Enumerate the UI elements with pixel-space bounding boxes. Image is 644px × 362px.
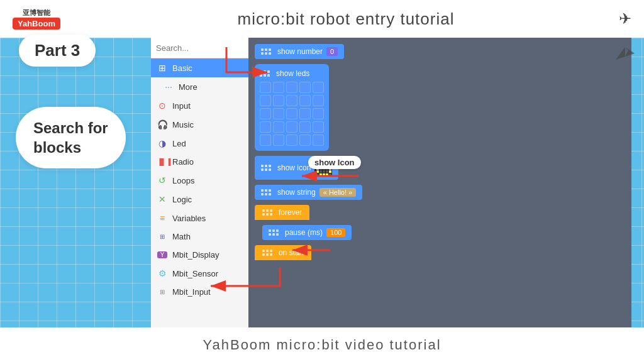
more-icon: ··· <box>164 82 174 92</box>
led-cell[interactable] <box>313 121 324 133</box>
forever-grip <box>262 209 272 216</box>
on-start-block[interactable]: on start <box>255 245 311 260</box>
led-cell[interactable] <box>260 121 271 133</box>
cat-label-math: Math <box>172 232 191 241</box>
show-string-block[interactable]: show string « Hello! » <box>255 185 362 200</box>
editor-panel: 🔍 ⊞ Basic ··· More ⊙ Input 🎧 Music ◑ <box>151 38 631 327</box>
on-start-label: on start <box>279 248 304 257</box>
search-cloud: Search for blocks <box>16 107 126 168</box>
category-list: ⊞ Basic ··· More ⊙ Input 🎧 Music ◑ Led ▐… <box>151 58 248 327</box>
cat-label-input: Input <box>172 101 191 111</box>
top-right-decoration <box>597 41 635 69</box>
show-icon-annotation: show Icon <box>308 156 361 169</box>
show-number-block[interactable]: show number 0 <box>255 44 344 59</box>
logo-area: 亚博智能 YahBoom <box>13 8 60 30</box>
sidebar-item-more[interactable]: ··· More <box>151 77 248 96</box>
mbit-sensor-icon: ⚙ <box>157 268 167 278</box>
pause-block[interactable]: pause (ms) 100 <box>262 225 352 240</box>
led-cell[interactable] <box>286 108 297 119</box>
forever-label: forever <box>279 208 302 217</box>
cat-label-variables: Variables <box>172 214 206 223</box>
sidebar-item-input[interactable]: ⊙ Input <box>151 96 248 115</box>
block-grip <box>261 48 271 55</box>
bird-icon: ✈ <box>619 10 631 28</box>
led-icon: ◑ <box>157 138 167 148</box>
led-cell[interactable] <box>299 108 311 119</box>
led-cell[interactable] <box>273 82 284 93</box>
pause-value[interactable]: 100 <box>326 228 345 237</box>
show-leds-header: show leds <box>260 69 324 78</box>
show-string-grip <box>261 189 271 195</box>
led-cell[interactable] <box>273 121 284 133</box>
show-icon-label: show icon <box>277 163 311 172</box>
pause-grip <box>269 229 279 236</box>
header-title: micro:bit robot entry tutorial <box>73 9 619 29</box>
sidebar-item-variables[interactable]: ≡ Variables <box>151 209 248 228</box>
search-cloud-line1: Search for <box>33 119 108 136</box>
header: 亚博智能 YahBoom micro:bit robot entry tutor… <box>0 0 644 38</box>
led-cell[interactable] <box>299 82 311 93</box>
cat-label-led: Led <box>172 139 186 148</box>
led-cell[interactable] <box>286 121 297 133</box>
show-string-label: show string <box>277 188 316 197</box>
logic-icon: ✕ <box>157 194 167 204</box>
show-string-value[interactable]: « Hello! » <box>319 188 356 197</box>
search-bar: 🔍 <box>151 38 248 58</box>
loops-icon: ↺ <box>157 175 167 185</box>
led-cell[interactable] <box>313 95 324 106</box>
cat-label-radio: Radio <box>172 157 194 167</box>
cat-label-mbit-input: Mbit_Input <box>172 287 211 297</box>
logo-text: 亚博智能 <box>23 8 50 18</box>
led-cell[interactable] <box>273 134 284 146</box>
search-input[interactable] <box>156 43 248 53</box>
variables-icon: ≡ <box>157 213 167 223</box>
part-badge: Part 3 <box>19 35 96 67</box>
cat-label-mbit-sensor: Mbit_Sensor <box>172 269 218 278</box>
sidebar-item-radio[interactable]: ▐▌▐ Radio <box>151 153 248 171</box>
led-cell[interactable] <box>260 108 271 119</box>
sidebar-item-loops[interactable]: ↺ Loops <box>151 171 248 190</box>
sidebar-item-music[interactable]: 🎧 Music <box>151 115 248 134</box>
sidebar: 🔍 ⊞ Basic ··· More ⊙ Input 🎧 Music ◑ <box>151 38 248 327</box>
footer-text: YahBoom micro:bit video tutorial <box>203 337 441 353</box>
led-cell[interactable] <box>299 95 311 106</box>
led-cell[interactable] <box>299 121 311 133</box>
cat-label-loops: Loops <box>172 176 194 185</box>
show-leds-block[interactable]: show leds <box>255 64 329 151</box>
led-cell[interactable] <box>313 108 324 119</box>
led-cell[interactable] <box>260 82 271 93</box>
led-cell[interactable] <box>286 134 297 146</box>
led-cell[interactable] <box>260 134 271 146</box>
cat-label-mbit-display: Mbit_Display <box>172 250 219 260</box>
led-cell[interactable] <box>286 95 297 106</box>
show-leds-label: show leds <box>276 69 309 78</box>
led-cell[interactable] <box>273 95 284 106</box>
led-cell[interactable] <box>273 108 284 119</box>
forever-block-wrapper: forever <box>255 205 625 220</box>
sidebar-item-mbit-sensor[interactable]: ⚙ Mbit_Sensor <box>151 264 248 283</box>
leds-grid[interactable] <box>260 82 324 146</box>
sidebar-item-basic[interactable]: ⊞ Basic <box>151 58 248 77</box>
on-start-block-wrapper: on start <box>255 245 625 260</box>
cat-label-more: More <box>179 82 197 92</box>
cat-label-basic: Basic <box>172 63 192 73</box>
led-cell[interactable] <box>313 82 324 93</box>
music-icon: 🎧 <box>157 119 167 129</box>
led-cell[interactable] <box>286 82 297 93</box>
sidebar-item-led[interactable]: ◑ Led <box>151 134 248 153</box>
basic-icon: ⊞ <box>157 63 167 73</box>
sidebar-item-mbit-input[interactable]: ⊞ Mbit_Input <box>151 283 248 301</box>
sidebar-item-mbit-display[interactable]: Y Mbit_Display <box>151 246 248 264</box>
sidebar-item-math[interactable]: ⊞ Math <box>151 228 248 246</box>
led-cell[interactable] <box>299 134 311 146</box>
show-number-value[interactable]: 0 <box>326 47 338 56</box>
pause-label: pause (ms) <box>285 228 323 237</box>
led-cell[interactable] <box>260 95 271 106</box>
sidebar-item-logic[interactable]: ✕ Logic <box>151 190 248 209</box>
input-icon: ⊙ <box>157 101 167 111</box>
show-leds-grip <box>260 70 270 77</box>
forever-block[interactable]: forever <box>255 205 309 220</box>
led-cell[interactable] <box>313 134 324 146</box>
show-number-label: show number <box>277 47 323 56</box>
on-start-grip <box>262 250 272 256</box>
